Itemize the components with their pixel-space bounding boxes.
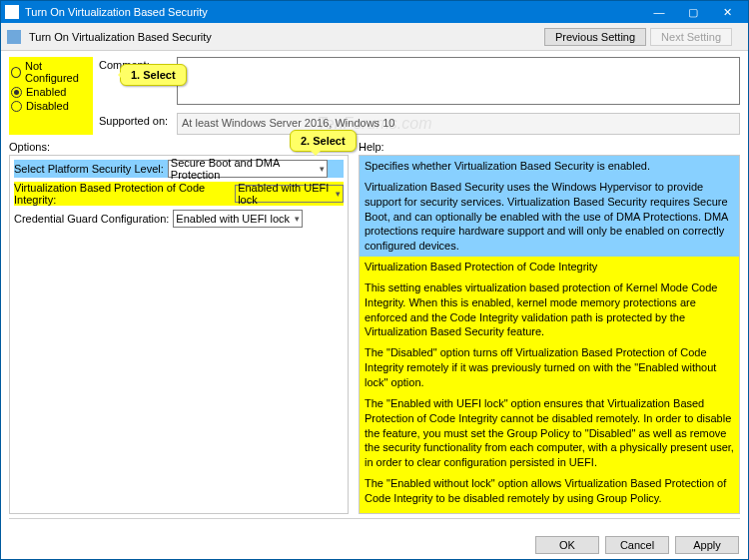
radio-enabled[interactable]: Enabled [11, 85, 91, 99]
chevron-down-icon: ▾ [336, 189, 341, 199]
vbpci-select[interactable]: Enabled with UEFI lock▾ [235, 185, 344, 203]
window-title: Turn On Virtualization Based Security [25, 6, 642, 18]
help-text: Virtualization Based Security uses the W… [360, 177, 739, 257]
help-label: Help: [359, 141, 740, 153]
credential-guard-row: Credential Guard Configuration: Enabled … [14, 210, 344, 228]
breadcrumb: Turn On Virtualization Based Security [29, 31, 212, 43]
apply-button[interactable]: Apply [675, 536, 739, 554]
options-box: 2. Select Select Platform Security Level… [9, 155, 349, 514]
help-text: This setting enables virtualization base… [360, 278, 739, 342]
chevron-down-icon: ▾ [320, 164, 325, 174]
upper-section: Not Configured Enabled Disabled Comment:… [1, 51, 748, 139]
minimize-button[interactable]: — [642, 1, 676, 23]
maximize-button[interactable]: ▢ [676, 1, 710, 23]
supported-text: At least Windows Server 2016, Windows 10 [177, 113, 740, 135]
platform-security-row: Select Platform Security Level: Secure B… [14, 160, 344, 178]
platform-security-label: Select Platform Security Level: [14, 163, 164, 175]
mid-section: Options: 2. Select Select Platform Secur… [1, 139, 748, 518]
radio-label: Disabled [26, 100, 69, 112]
help-text: The "Disabled" option turns off Virtuali… [360, 342, 739, 393]
help-text: Virtualization Based Protection of Code … [360, 257, 739, 278]
toolbar: Turn On Virtualization Based Security Pr… [1, 23, 748, 51]
platform-security-select[interactable]: Secure Boot and DMA Protection▾ [168, 160, 328, 178]
ok-button[interactable]: OK [535, 536, 599, 554]
radio-not-configured[interactable]: Not Configured [11, 59, 91, 85]
help-box[interactable]: Specifies whether Virtualization Based S… [359, 155, 740, 514]
chevron-down-icon: ▾ [295, 214, 300, 224]
cancel-button[interactable]: Cancel [605, 536, 669, 554]
app-icon [5, 5, 19, 19]
next-setting-button: Next Setting [650, 28, 732, 46]
callout-1: 1. Select [120, 64, 187, 86]
credential-guard-label: Credential Guard Configuration: [14, 213, 169, 225]
help-text: The "Enabled without lock" option allows… [360, 473, 739, 509]
policy-icon [7, 30, 21, 44]
credential-guard-select[interactable]: Enabled with UEFI lock▾ [173, 210, 303, 228]
comment-area: Comment: Supported on: At least Windows … [99, 57, 740, 135]
supported-label: Supported on: [99, 113, 171, 135]
nav-buttons: Previous Setting Next Setting [544, 28, 742, 46]
help-panel: Help: Specifies whether Virtualization B… [359, 139, 740, 514]
help-text: The "Enabled with UEFI lock" option ensu… [360, 393, 739, 473]
help-text: The "Not Configured" option leaves the p… [360, 509, 739, 514]
state-radios: Not Configured Enabled Disabled [9, 57, 93, 135]
divider [9, 518, 740, 519]
vbpci-row: Virtualization Based Protection of Code … [14, 182, 344, 206]
radio-label: Enabled [26, 86, 66, 98]
radio-disabled[interactable]: Disabled [11, 99, 91, 113]
previous-setting-button[interactable]: Previous Setting [544, 28, 646, 46]
help-text: Specifies whether Virtualization Based S… [360, 156, 739, 177]
options-panel: Options: 2. Select Select Platform Secur… [9, 139, 349, 514]
footer-buttons: OK Cancel Apply [535, 536, 739, 554]
close-button[interactable]: ✕ [710, 1, 744, 23]
callout-2: 2. Select [290, 130, 357, 152]
vbpci-label: Virtualization Based Protection of Code … [14, 182, 231, 206]
comment-input[interactable] [177, 57, 740, 105]
titlebar: Turn On Virtualization Based Security — … [1, 1, 748, 23]
radio-label: Not Configured [25, 60, 91, 84]
